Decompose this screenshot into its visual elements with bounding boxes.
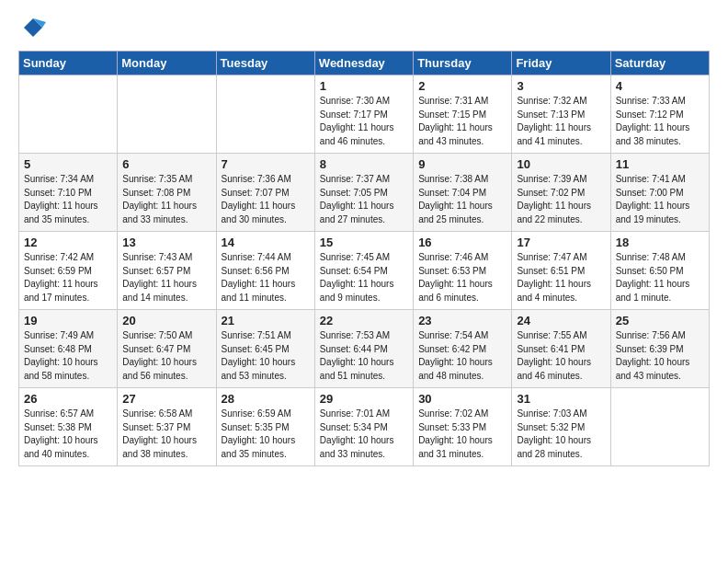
- logo: [18, 15, 46, 45]
- calendar-cell: 9Sunrise: 7:38 AMSunset: 7:04 PMDaylight…: [414, 154, 512, 232]
- day-info: Sunrise: 7:42 AMSunset: 6:59 PMDaylight:…: [24, 251, 112, 304]
- page: SundayMondayTuesdayWednesdayThursdayFrid…: [0, 0, 728, 563]
- day-info: Sunrise: 7:35 AMSunset: 7:08 PMDaylight:…: [122, 173, 210, 226]
- calendar-cell: 7Sunrise: 7:36 AMSunset: 7:07 PMDaylight…: [216, 154, 314, 232]
- day-info: Sunrise: 7:30 AMSunset: 7:17 PMDaylight:…: [320, 95, 408, 148]
- day-info: Sunrise: 7:03 AMSunset: 5:32 PMDaylight:…: [517, 408, 605, 461]
- day-number: 9: [418, 157, 506, 171]
- day-header-saturday: Saturday: [610, 52, 709, 75]
- day-info: Sunrise: 7:32 AMSunset: 7:13 PMDaylight:…: [517, 95, 605, 148]
- day-number: 29: [320, 392, 408, 406]
- day-info: Sunrise: 7:33 AMSunset: 7:12 PMDaylight:…: [616, 95, 704, 148]
- calendar: SundayMondayTuesdayWednesdayThursdayFrid…: [18, 51, 710, 466]
- calendar-cell: 22Sunrise: 7:53 AMSunset: 6:44 PMDayligh…: [314, 310, 413, 388]
- day-number: 27: [122, 392, 210, 406]
- day-number: 16: [418, 236, 506, 249]
- day-number: 8: [320, 157, 408, 171]
- day-number: 22: [320, 314, 408, 327]
- logo-icon: [20, 15, 46, 40]
- calendar-cell: 24Sunrise: 7:55 AMSunset: 6:41 PMDayligh…: [512, 310, 610, 388]
- calendar-cell: [216, 75, 314, 154]
- calendar-cell: 10Sunrise: 7:39 AMSunset: 7:02 PMDayligh…: [512, 154, 610, 232]
- day-number: 10: [517, 157, 605, 171]
- calendar-cell: 27Sunrise: 6:58 AMSunset: 5:37 PMDayligh…: [118, 388, 216, 466]
- calendar-cell: 14Sunrise: 7:44 AMSunset: 6:56 PMDayligh…: [216, 232, 314, 310]
- day-info: Sunrise: 7:43 AMSunset: 6:57 PMDaylight:…: [122, 251, 210, 304]
- calendar-cell: 13Sunrise: 7:43 AMSunset: 6:57 PMDayligh…: [118, 232, 216, 310]
- day-number: 21: [222, 314, 310, 327]
- day-header-sunday: Sunday: [19, 52, 118, 75]
- week-row-5: 26Sunrise: 6:57 AMSunset: 5:38 PMDayligh…: [19, 388, 710, 466]
- day-info: Sunrise: 7:34 AMSunset: 7:10 PMDaylight:…: [24, 173, 112, 226]
- calendar-cell: 17Sunrise: 7:47 AMSunset: 6:51 PMDayligh…: [512, 232, 610, 310]
- week-row-2: 5Sunrise: 7:34 AMSunset: 7:10 PMDaylight…: [19, 154, 710, 232]
- day-info: Sunrise: 7:02 AMSunset: 5:33 PMDaylight:…: [418, 408, 506, 461]
- day-header-monday: Monday: [118, 52, 216, 75]
- header-row: SundayMondayTuesdayWednesdayThursdayFrid…: [19, 52, 710, 75]
- calendar-cell: 23Sunrise: 7:54 AMSunset: 6:42 PMDayligh…: [414, 310, 512, 388]
- calendar-cell: 26Sunrise: 6:57 AMSunset: 5:38 PMDayligh…: [19, 388, 118, 466]
- calendar-cell: 18Sunrise: 7:48 AMSunset: 6:50 PMDayligh…: [610, 232, 709, 310]
- day-info: Sunrise: 7:39 AMSunset: 7:02 PMDaylight:…: [517, 173, 605, 226]
- week-row-4: 19Sunrise: 7:49 AMSunset: 6:48 PMDayligh…: [19, 310, 710, 388]
- day-info: Sunrise: 7:47 AMSunset: 6:51 PMDaylight:…: [517, 251, 605, 304]
- day-number: 19: [24, 314, 112, 327]
- calendar-cell: 28Sunrise: 6:59 AMSunset: 5:35 PMDayligh…: [216, 388, 314, 466]
- day-header-thursday: Thursday: [414, 52, 512, 75]
- day-number: 18: [616, 236, 704, 249]
- week-row-1: 1Sunrise: 7:30 AMSunset: 7:17 PMDaylight…: [19, 75, 710, 154]
- calendar-cell: 21Sunrise: 7:51 AMSunset: 6:45 PMDayligh…: [216, 310, 314, 388]
- day-info: Sunrise: 7:53 AMSunset: 6:44 PMDaylight:…: [320, 329, 408, 383]
- day-info: Sunrise: 6:58 AMSunset: 5:37 PMDaylight:…: [122, 408, 210, 461]
- calendar-cell: 29Sunrise: 7:01 AMSunset: 5:34 PMDayligh…: [314, 388, 413, 466]
- logo-text: [18, 15, 46, 45]
- day-number: 14: [222, 236, 310, 249]
- calendar-cell: [610, 388, 709, 466]
- calendar-cell: 16Sunrise: 7:46 AMSunset: 6:53 PMDayligh…: [414, 232, 512, 310]
- day-info: Sunrise: 7:50 AMSunset: 6:47 PMDaylight:…: [122, 329, 210, 383]
- day-number: 13: [122, 236, 210, 249]
- calendar-cell: 25Sunrise: 7:56 AMSunset: 6:39 PMDayligh…: [610, 310, 709, 388]
- day-number: 5: [24, 157, 112, 171]
- day-info: Sunrise: 7:54 AMSunset: 6:42 PMDaylight:…: [418, 329, 506, 383]
- calendar-cell: 8Sunrise: 7:37 AMSunset: 7:05 PMDaylight…: [314, 154, 413, 232]
- day-header-friday: Friday: [512, 52, 610, 75]
- day-number: 11: [616, 157, 704, 171]
- day-number: 30: [418, 392, 506, 406]
- day-number: 17: [517, 236, 605, 249]
- day-info: Sunrise: 7:51 AMSunset: 6:45 PMDaylight:…: [222, 329, 310, 383]
- day-number: 28: [222, 392, 310, 406]
- day-number: 26: [24, 392, 112, 406]
- day-info: Sunrise: 7:44 AMSunset: 6:56 PMDaylight:…: [222, 251, 310, 304]
- day-info: Sunrise: 7:45 AMSunset: 6:54 PMDaylight:…: [320, 251, 408, 304]
- day-info: Sunrise: 7:37 AMSunset: 7:05 PMDaylight:…: [320, 173, 408, 226]
- day-number: 2: [418, 79, 506, 93]
- day-number: 7: [222, 157, 310, 171]
- day-info: Sunrise: 7:48 AMSunset: 6:50 PMDaylight:…: [616, 251, 704, 304]
- day-number: 23: [418, 314, 506, 327]
- calendar-cell: 31Sunrise: 7:03 AMSunset: 5:32 PMDayligh…: [512, 388, 610, 466]
- day-number: 6: [122, 157, 210, 171]
- day-info: Sunrise: 7:56 AMSunset: 6:39 PMDaylight:…: [616, 329, 704, 383]
- day-number: 4: [616, 79, 704, 93]
- calendar-cell: [19, 75, 118, 154]
- calendar-cell: [118, 75, 216, 154]
- day-info: Sunrise: 7:31 AMSunset: 7:15 PMDaylight:…: [418, 95, 506, 148]
- day-info: Sunrise: 7:46 AMSunset: 6:53 PMDaylight:…: [418, 251, 506, 304]
- day-number: 24: [517, 314, 605, 327]
- calendar-cell: 5Sunrise: 7:34 AMSunset: 7:10 PMDaylight…: [19, 154, 118, 232]
- calendar-cell: 20Sunrise: 7:50 AMSunset: 6:47 PMDayligh…: [118, 310, 216, 388]
- day-info: Sunrise: 7:55 AMSunset: 6:41 PMDaylight:…: [517, 329, 605, 383]
- day-header-wednesday: Wednesday: [314, 52, 413, 75]
- day-info: Sunrise: 7:38 AMSunset: 7:04 PMDaylight:…: [418, 173, 506, 226]
- week-row-3: 12Sunrise: 7:42 AMSunset: 6:59 PMDayligh…: [19, 232, 710, 310]
- day-info: Sunrise: 6:59 AMSunset: 5:35 PMDaylight:…: [222, 408, 310, 461]
- day-number: 15: [320, 236, 408, 249]
- day-info: Sunrise: 7:01 AMSunset: 5:34 PMDaylight:…: [320, 408, 408, 461]
- calendar-cell: 12Sunrise: 7:42 AMSunset: 6:59 PMDayligh…: [19, 232, 118, 310]
- calendar-cell: 6Sunrise: 7:35 AMSunset: 7:08 PMDaylight…: [118, 154, 216, 232]
- day-number: 12: [24, 236, 112, 249]
- day-number: 20: [122, 314, 210, 327]
- calendar-cell: 15Sunrise: 7:45 AMSunset: 6:54 PMDayligh…: [314, 232, 413, 310]
- calendar-cell: 4Sunrise: 7:33 AMSunset: 7:12 PMDaylight…: [610, 75, 709, 154]
